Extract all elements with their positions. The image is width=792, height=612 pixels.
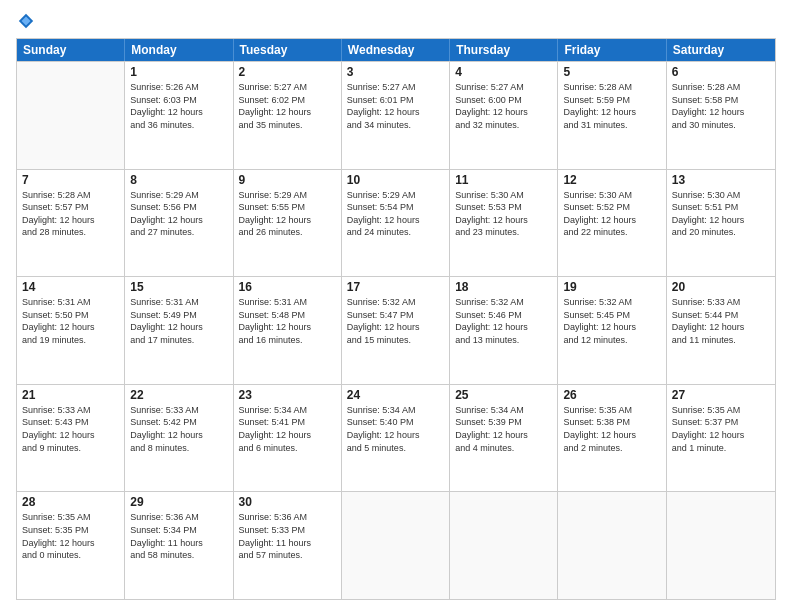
calendar-header: SundayMondayTuesdayWednesdayThursdayFrid… [17,39,775,61]
day-number: 3 [347,65,444,79]
calendar-cell: 12Sunrise: 5:30 AM Sunset: 5:52 PM Dayli… [558,170,666,277]
calendar-cell: 28Sunrise: 5:35 AM Sunset: 5:35 PM Dayli… [17,492,125,599]
day-number: 30 [239,495,336,509]
cell-info: Sunrise: 5:35 AM Sunset: 5:38 PM Dayligh… [563,404,660,454]
cell-info: Sunrise: 5:35 AM Sunset: 5:37 PM Dayligh… [672,404,770,454]
logo [16,12,35,30]
day-number: 7 [22,173,119,187]
weekday-header-monday: Monday [125,39,233,61]
calendar: SundayMondayTuesdayWednesdayThursdayFrid… [16,38,776,600]
calendar-cell: 18Sunrise: 5:32 AM Sunset: 5:46 PM Dayli… [450,277,558,384]
day-number: 20 [672,280,770,294]
day-number: 8 [130,173,227,187]
calendar-cell: 25Sunrise: 5:34 AM Sunset: 5:39 PM Dayli… [450,385,558,492]
cell-info: Sunrise: 5:30 AM Sunset: 5:53 PM Dayligh… [455,189,552,239]
calendar-cell: 21Sunrise: 5:33 AM Sunset: 5:43 PM Dayli… [17,385,125,492]
calendar-cell: 17Sunrise: 5:32 AM Sunset: 5:47 PM Dayli… [342,277,450,384]
day-number: 16 [239,280,336,294]
header [16,12,776,30]
cell-info: Sunrise: 5:27 AM Sunset: 6:02 PM Dayligh… [239,81,336,131]
day-number: 27 [672,388,770,402]
calendar-row-3: 21Sunrise: 5:33 AM Sunset: 5:43 PM Dayli… [17,384,775,492]
day-number: 9 [239,173,336,187]
calendar-cell: 20Sunrise: 5:33 AM Sunset: 5:44 PM Dayli… [667,277,775,384]
cell-info: Sunrise: 5:26 AM Sunset: 6:03 PM Dayligh… [130,81,227,131]
calendar-cell: 24Sunrise: 5:34 AM Sunset: 5:40 PM Dayli… [342,385,450,492]
day-number: 6 [672,65,770,79]
day-number: 10 [347,173,444,187]
calendar-cell: 1Sunrise: 5:26 AM Sunset: 6:03 PM Daylig… [125,62,233,169]
weekday-header-tuesday: Tuesday [234,39,342,61]
calendar-cell: 2Sunrise: 5:27 AM Sunset: 6:02 PM Daylig… [234,62,342,169]
day-number: 29 [130,495,227,509]
calendar-body: 1Sunrise: 5:26 AM Sunset: 6:03 PM Daylig… [17,61,775,599]
calendar-cell: 27Sunrise: 5:35 AM Sunset: 5:37 PM Dayli… [667,385,775,492]
cell-info: Sunrise: 5:28 AM Sunset: 5:59 PM Dayligh… [563,81,660,131]
calendar-row-2: 14Sunrise: 5:31 AM Sunset: 5:50 PM Dayli… [17,276,775,384]
day-number: 26 [563,388,660,402]
calendar-cell [667,492,775,599]
cell-info: Sunrise: 5:29 AM Sunset: 5:55 PM Dayligh… [239,189,336,239]
cell-info: Sunrise: 5:34 AM Sunset: 5:41 PM Dayligh… [239,404,336,454]
calendar-cell: 30Sunrise: 5:36 AM Sunset: 5:33 PM Dayli… [234,492,342,599]
calendar-cell: 19Sunrise: 5:32 AM Sunset: 5:45 PM Dayli… [558,277,666,384]
calendar-cell [17,62,125,169]
cell-info: Sunrise: 5:33 AM Sunset: 5:42 PM Dayligh… [130,404,227,454]
calendar-cell: 11Sunrise: 5:30 AM Sunset: 5:53 PM Dayli… [450,170,558,277]
weekday-header-thursday: Thursday [450,39,558,61]
calendar-cell: 22Sunrise: 5:33 AM Sunset: 5:42 PM Dayli… [125,385,233,492]
cell-info: Sunrise: 5:31 AM Sunset: 5:49 PM Dayligh… [130,296,227,346]
cell-info: Sunrise: 5:29 AM Sunset: 5:54 PM Dayligh… [347,189,444,239]
calendar-cell: 23Sunrise: 5:34 AM Sunset: 5:41 PM Dayli… [234,385,342,492]
cell-info: Sunrise: 5:28 AM Sunset: 5:58 PM Dayligh… [672,81,770,131]
cell-info: Sunrise: 5:32 AM Sunset: 5:47 PM Dayligh… [347,296,444,346]
logo-icon [17,12,35,30]
cell-info: Sunrise: 5:30 AM Sunset: 5:52 PM Dayligh… [563,189,660,239]
cell-info: Sunrise: 5:36 AM Sunset: 5:34 PM Dayligh… [130,511,227,561]
calendar-cell: 6Sunrise: 5:28 AM Sunset: 5:58 PM Daylig… [667,62,775,169]
calendar-row-1: 7Sunrise: 5:28 AM Sunset: 5:57 PM Daylig… [17,169,775,277]
day-number: 18 [455,280,552,294]
calendar-row-0: 1Sunrise: 5:26 AM Sunset: 6:03 PM Daylig… [17,61,775,169]
calendar-cell [342,492,450,599]
day-number: 1 [130,65,227,79]
calendar-cell: 5Sunrise: 5:28 AM Sunset: 5:59 PM Daylig… [558,62,666,169]
cell-info: Sunrise: 5:31 AM Sunset: 5:48 PM Dayligh… [239,296,336,346]
calendar-cell: 13Sunrise: 5:30 AM Sunset: 5:51 PM Dayli… [667,170,775,277]
day-number: 28 [22,495,119,509]
calendar-cell: 10Sunrise: 5:29 AM Sunset: 5:54 PM Dayli… [342,170,450,277]
calendar-cell: 3Sunrise: 5:27 AM Sunset: 6:01 PM Daylig… [342,62,450,169]
calendar-cell: 7Sunrise: 5:28 AM Sunset: 5:57 PM Daylig… [17,170,125,277]
day-number: 11 [455,173,552,187]
weekday-header-saturday: Saturday [667,39,775,61]
cell-info: Sunrise: 5:33 AM Sunset: 5:43 PM Dayligh… [22,404,119,454]
calendar-cell: 16Sunrise: 5:31 AM Sunset: 5:48 PM Dayli… [234,277,342,384]
calendar-cell [450,492,558,599]
cell-info: Sunrise: 5:36 AM Sunset: 5:33 PM Dayligh… [239,511,336,561]
day-number: 2 [239,65,336,79]
cell-info: Sunrise: 5:27 AM Sunset: 6:01 PM Dayligh… [347,81,444,131]
cell-info: Sunrise: 5:33 AM Sunset: 5:44 PM Dayligh… [672,296,770,346]
calendar-cell: 4Sunrise: 5:27 AM Sunset: 6:00 PM Daylig… [450,62,558,169]
cell-info: Sunrise: 5:28 AM Sunset: 5:57 PM Dayligh… [22,189,119,239]
calendar-cell [558,492,666,599]
calendar-cell: 8Sunrise: 5:29 AM Sunset: 5:56 PM Daylig… [125,170,233,277]
cell-info: Sunrise: 5:34 AM Sunset: 5:40 PM Dayligh… [347,404,444,454]
calendar-cell: 15Sunrise: 5:31 AM Sunset: 5:49 PM Dayli… [125,277,233,384]
cell-info: Sunrise: 5:32 AM Sunset: 5:45 PM Dayligh… [563,296,660,346]
day-number: 19 [563,280,660,294]
cell-info: Sunrise: 5:27 AM Sunset: 6:00 PM Dayligh… [455,81,552,131]
cell-info: Sunrise: 5:31 AM Sunset: 5:50 PM Dayligh… [22,296,119,346]
cell-info: Sunrise: 5:29 AM Sunset: 5:56 PM Dayligh… [130,189,227,239]
day-number: 24 [347,388,444,402]
calendar-cell: 29Sunrise: 5:36 AM Sunset: 5:34 PM Dayli… [125,492,233,599]
day-number: 13 [672,173,770,187]
day-number: 22 [130,388,227,402]
cell-info: Sunrise: 5:35 AM Sunset: 5:35 PM Dayligh… [22,511,119,561]
day-number: 15 [130,280,227,294]
weekday-header-wednesday: Wednesday [342,39,450,61]
day-number: 14 [22,280,119,294]
calendar-row-4: 28Sunrise: 5:35 AM Sunset: 5:35 PM Dayli… [17,491,775,599]
day-number: 25 [455,388,552,402]
cell-info: Sunrise: 5:34 AM Sunset: 5:39 PM Dayligh… [455,404,552,454]
